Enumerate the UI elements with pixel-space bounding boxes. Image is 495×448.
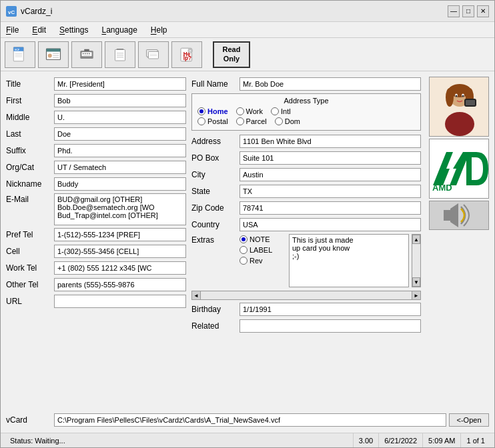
nickname-input[interactable]	[54, 177, 186, 191]
svg-text:AMD: AMD	[432, 183, 452, 192]
menu-file[interactable]: File	[3, 24, 21, 36]
svg-rect-49	[466, 100, 475, 105]
email-input[interactable]: BUD@gmail.org [OTHER] Bob.Doe@sematech.o…	[54, 193, 186, 225]
orgcat-input[interactable]	[54, 161, 186, 174]
fullname-row: Full Name	[191, 77, 421, 91]
pobox-row: PO Box	[191, 151, 421, 165]
middle-input[interactable]	[54, 111, 186, 124]
scroll-right-button[interactable]: ►	[412, 291, 421, 300]
menu-language[interactable]: Language	[99, 24, 139, 36]
address-row: Address	[191, 134, 421, 149]
minimize-button[interactable]: —	[448, 5, 460, 17]
title-row: Title	[6, 77, 186, 91]
status-page: 1 of 1	[461, 433, 490, 447]
toolbar-cards-button[interactable]	[138, 41, 169, 68]
open-button[interactable]: <-Open	[449, 413, 489, 427]
country-row: Country	[191, 217, 421, 232]
amd-logo: AMD	[429, 139, 489, 199]
first-input[interactable]	[54, 94, 186, 107]
radio-work-circle	[236, 107, 244, 115]
zipcode-input[interactable]	[239, 201, 421, 215]
radio-home[interactable]: Home	[197, 107, 228, 115]
cell-input[interactable]	[54, 245, 186, 258]
svg-rect-19	[89, 53, 90, 54]
pobox-input[interactable]	[239, 151, 421, 165]
radio-intl-circle	[271, 107, 279, 115]
radio-intl[interactable]: Intl	[271, 107, 291, 115]
address-type-row1: Home Work Intl	[197, 107, 415, 115]
country-input[interactable]	[239, 218, 421, 231]
svg-text:VCF: VCF	[15, 49, 20, 51]
radio-parcel[interactable]: Parcel	[236, 117, 267, 125]
toolbar-typewriter-button[interactable]	[71, 41, 102, 68]
radio-rev[interactable]: Rev	[239, 257, 286, 265]
status-time: 5:09 AM	[423, 433, 461, 447]
maximize-button[interactable]: □	[462, 5, 474, 17]
suffix-input[interactable]	[54, 144, 186, 157]
radio-parcel-circle	[236, 117, 244, 125]
radio-note[interactable]: NOTE	[239, 235, 286, 243]
radio-work[interactable]: Work	[236, 107, 263, 115]
horiz-scroll-track	[201, 291, 412, 300]
last-label: Last	[6, 129, 51, 139]
svg-rect-20	[83, 55, 91, 56]
radio-label[interactable]: LABEL	[239, 246, 286, 254]
related-row: Related	[191, 319, 421, 333]
scroll-left-button[interactable]: ◄	[191, 291, 201, 300]
svg-text:lp?: lp?	[183, 55, 191, 61]
menu-settings[interactable]: Settings	[57, 24, 91, 36]
title-input[interactable]	[54, 77, 186, 91]
zipcode-row: Zip Code	[191, 201, 421, 215]
svg-rect-16	[83, 53, 84, 54]
vcard-input[interactable]	[54, 413, 446, 427]
scroll-down-button[interactable]: ▼	[412, 277, 420, 287]
toolbar-vcf-button[interactable]: VCF	[5, 41, 35, 68]
othertel-row: Other Tel	[6, 277, 186, 292]
address-input[interactable]	[239, 135, 421, 148]
toolbar-card-button[interactable]	[38, 41, 69, 68]
city-row: City	[191, 167, 421, 182]
related-input[interactable]	[239, 319, 421, 333]
radio-postal[interactable]: Postal	[197, 117, 228, 125]
read-only-button[interactable]: Read Only	[213, 41, 250, 68]
portrait-image	[429, 77, 489, 137]
city-input[interactable]	[239, 168, 421, 181]
url-input[interactable]	[54, 295, 186, 308]
status-date: 6/21/2022	[379, 433, 423, 447]
svg-rect-53	[444, 210, 450, 221]
zipcode-label: Zip Code	[191, 203, 237, 213]
nickname-label: Nickname	[6, 179, 51, 189]
toolbar: VCF	[1, 38, 494, 71]
extras-input[interactable]: This is just a made up card you know ;-)	[289, 234, 409, 287]
svg-rect-18	[87, 53, 88, 54]
url-row: URL	[6, 294, 186, 309]
radio-dom[interactable]: Dom	[275, 117, 300, 125]
main-window: vC vCardz_i — □ ✕ File Edit Settings Lan…	[0, 0, 495, 448]
toolbar-help-button[interactable]: He lp? ?	[171, 41, 202, 68]
birthday-input[interactable]	[239, 303, 421, 316]
othertel-input[interactable]	[54, 278, 186, 291]
address-type-row2: Postal Parcel Dom	[197, 117, 415, 125]
radio-postal-circle	[197, 117, 205, 125]
last-input[interactable]	[54, 127, 186, 141]
toolbar-clipboard-button[interactable]	[105, 41, 135, 68]
fullname-input[interactable]	[239, 77, 421, 91]
state-input[interactable]	[239, 185, 421, 198]
suffix-label: Suffix	[6, 146, 51, 155]
form-area: Title First Middle Last Suffix	[6, 77, 489, 409]
close-button[interactable]: ✕	[477, 5, 489, 17]
left-panel: Title First Middle Last Suffix	[6, 77, 186, 409]
worktel-row: Work Tel	[6, 261, 186, 275]
menu-edit[interactable]: Edit	[29, 24, 49, 36]
menu-help[interactable]: Help	[148, 24, 170, 36]
url-label: URL	[6, 297, 51, 306]
svg-point-39	[445, 112, 474, 136]
middle-row: Middle	[6, 110, 186, 125]
scroll-up-button[interactable]: ▲	[412, 235, 420, 244]
preftel-input[interactable]	[54, 228, 186, 241]
worktel-input[interactable]	[54, 261, 186, 275]
address-label: Address	[191, 137, 237, 146]
speaker-button[interactable]	[429, 201, 489, 230]
vcard-label: vCard	[6, 415, 51, 425]
main-content: Title First Middle Last Suffix	[1, 71, 494, 433]
